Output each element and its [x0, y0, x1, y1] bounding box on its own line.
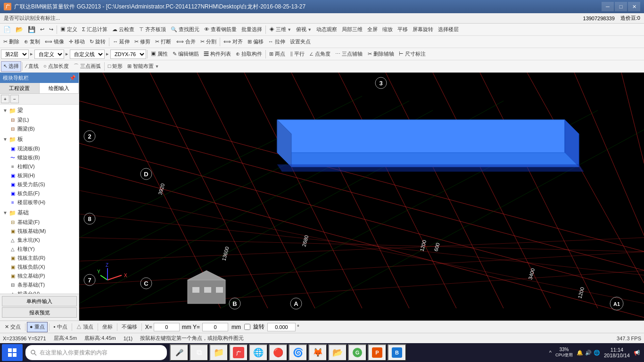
rotate-btn[interactable]: ↻ 旋转	[87, 37, 108, 47]
rect-btn[interactable]: □ 矩形	[106, 61, 125, 72]
split-btn[interactable]: ✂ 分割	[198, 37, 219, 47]
select-btn[interactable]: ↖ 选择	[1, 61, 21, 72]
edit-rebar-btn[interactable]: ✎ 编辑钢筋	[170, 49, 201, 59]
tree-item-cast-plate[interactable]: ▣ 现浇板(B)	[1, 144, 78, 153]
view-rebar-btn[interactable]: 👁 查看钢筋量	[202, 25, 239, 35]
tree-item-floor-strip[interactable]: ≡ 楼层板带(H)	[1, 198, 78, 207]
taskbar-app-brand[interactable]: 广	[229, 344, 248, 361]
three-point-aux-btn[interactable]: ⋯ 三点辅轴	[333, 49, 365, 59]
tab-drawing-input[interactable]: 绘图输入	[40, 83, 79, 93]
single-component-btn[interactable]: 单构件输入	[2, 296, 77, 306]
y-input[interactable]	[202, 323, 228, 331]
extend-btn[interactable]: ↔ 延伸	[110, 37, 132, 47]
open-btn[interactable]: 📂	[13, 25, 25, 35]
taskbar-app-orange[interactable]: P	[368, 344, 387, 361]
tree-item-isolated-found[interactable]: ▣ 独立基础(P)	[1, 272, 78, 280]
rotate-checkbox[interactable]	[244, 324, 250, 330]
tree-item-raft-found[interactable]: ▣ 筏板基础(M)	[1, 227, 78, 236]
taskbar-mic[interactable]: 🎤	[170, 344, 189, 361]
x-input[interactable]	[154, 323, 180, 331]
dim-label-btn[interactable]: ⊢ 尺寸标注	[396, 49, 428, 59]
component-list-btn[interactable]: ☰ 构件列表	[201, 49, 233, 59]
two-point-btn[interactable]: ⊞ 两点	[267, 49, 288, 59]
snap-point[interactable]: ● 重点	[27, 322, 48, 332]
taskbar-app-green[interactable]: G	[348, 344, 367, 361]
align-top-btn[interactable]: ⊤ 齐齐板顶	[137, 25, 168, 35]
taskbar-app-firefox[interactable]: 🦊	[308, 344, 327, 361]
fullscreen-btn[interactable]: 全屏	[365, 25, 380, 35]
undo-btn[interactable]: ↩	[38, 25, 47, 35]
tree-item-strip-found[interactable]: ⊟ 条形基础(T)	[1, 280, 78, 289]
taskbar-app-browser3[interactable]: 🌀	[289, 344, 307, 361]
type-select[interactable]: ZDYX-76	[110, 49, 146, 59]
trim-btn[interactable]: ✂ 修剪	[132, 37, 153, 47]
tray-arrow[interactable]: ^	[549, 350, 552, 355]
taskbar-app-ie[interactable]: 🌐	[249, 344, 268, 361]
taskbar-app-explorer[interactable]: 📂	[328, 344, 347, 361]
panel-tool-minus[interactable]: −	[10, 95, 19, 103]
3d-btn[interactable]: ◈ 三维 ▼	[267, 25, 294, 35]
zoom-btn[interactable]: 缩放	[380, 25, 395, 35]
break-btn[interactable]: ✂ 打断	[153, 37, 173, 47]
pan-btn[interactable]: 平移	[395, 25, 410, 35]
tree-item-raft-neg-rebar[interactable]: ▣ 筏板负筋(X)	[1, 263, 78, 272]
tree-item-raft-main-rebar[interactable]: ▣ 筏板主筋(R)	[1, 254, 78, 263]
redo-btn[interactable]: ↪	[47, 25, 56, 35]
screen-rotate-btn[interactable]: 屏幕旋转	[410, 25, 436, 35]
move-btn[interactable]: ✛ 移动	[66, 37, 87, 47]
tree-group-beam-header[interactable]: ▼ 📁 梁	[1, 106, 78, 115]
tree-item-water-pit[interactable]: △ 集水坑(K)	[1, 236, 78, 245]
minimize-button[interactable]: ─	[602, 2, 614, 11]
del-aux-btn[interactable]: ✂ 删除辅轴	[365, 49, 396, 59]
taskbar-search[interactable]: 在这里输入你要搜索的内容	[25, 345, 167, 360]
taskbar-task-view[interactable]: ⧉	[190, 344, 208, 361]
define-btn[interactable]: ▣ 定义	[58, 25, 80, 35]
copy-btn[interactable]: ⊕ 复制	[22, 37, 42, 47]
property-btn[interactable]: ▣ 属性	[149, 49, 170, 59]
snap-intersection[interactable]: ✕ 交点	[2, 322, 24, 332]
set-grip-btn[interactable]: 设置夹点	[288, 37, 313, 47]
close-button[interactable]: ✕	[628, 2, 640, 11]
define-select[interactable]: 自定义	[34, 49, 64, 59]
tree-item-plate-neg-rebar[interactable]: ▣ 板负筋(F)	[1, 189, 78, 198]
select-floor-btn[interactable]: 选择楼层	[436, 25, 461, 35]
save-btn[interactable]: 💾	[25, 25, 38, 35]
tree-item-pile-cap[interactable]: △ 桩承台(V)	[1, 289, 78, 294]
parallel-btn[interactable]: ∥ 平行	[288, 49, 307, 59]
floor-select[interactable]: 第2层	[1, 49, 29, 59]
notification-icon[interactable]: 📢	[634, 350, 640, 356]
snap-midpoint[interactable]: ▪ 中点	[51, 322, 70, 332]
tree-item-column-pier[interactable]: △ 柱墩(Y)	[1, 245, 78, 254]
taskbar-app-files[interactable]: 📁	[209, 344, 228, 361]
offset-btn[interactable]: ⊞ 偏移	[245, 37, 266, 47]
tree-item-beam-l[interactable]: ⊟ 梁(L)	[1, 115, 78, 124]
tree-item-plate-hole[interactable]: ▣ 板洞(H)	[1, 171, 78, 180]
align-btn[interactable]: ⟺ 对齐	[221, 37, 245, 47]
tree-item-beam-b[interactable]: ⊟ 圈梁(B)	[1, 124, 78, 133]
stretch-btn[interactable]: ↔ 拉伸	[266, 37, 288, 47]
delete-btn[interactable]: ✂ 删除	[1, 37, 22, 47]
define-line-select[interactable]: 自定义线	[70, 49, 105, 59]
local-3d-btn[interactable]: 局部三维	[339, 25, 365, 35]
point-length-btn[interactable]: ○ 点加长度	[41, 61, 71, 72]
viewport[interactable]: 3 2 8 7 A B C D	[79, 73, 644, 321]
panel-tool-add[interactable]: +	[1, 95, 9, 103]
pick-component-btn[interactable]: ⊕ 抬取构件	[233, 49, 264, 59]
snap-coordinate[interactable]: 坐标	[99, 322, 116, 332]
snap-vertex[interactable]: △ 顶点	[74, 322, 96, 332]
taskbar-clock[interactable]: 11:14 2018/10/14	[604, 347, 630, 358]
tree-group-foundation-header[interactable]: ▼ 📁 基础	[1, 208, 78, 218]
taskbar-app-browser2[interactable]: 🔴	[269, 344, 288, 361]
start-button[interactable]	[2, 344, 23, 361]
calc-btn[interactable]: Σ 汇总计算	[80, 25, 110, 35]
arc-btn[interactable]: ⌒ 三点画弧	[71, 61, 103, 72]
snap-no-offset[interactable]: 不偏移	[119, 322, 140, 332]
cloud-check-btn[interactable]: ☁ 云检查	[110, 25, 137, 35]
top-view-btn[interactable]: 俯视 ▼	[294, 25, 314, 35]
dynamic-view-btn[interactable]: 动态观察	[314, 25, 339, 35]
batch-select-btn[interactable]: 批量选择	[239, 25, 264, 35]
tree-item-column-cap[interactable]: ≡ 柱帽(V)	[1, 162, 78, 171]
tab-project-settings[interactable]: 工程设置	[0, 83, 40, 93]
tree-item-found-beam[interactable]: ⊟ 基础梁(F)	[1, 218, 78, 227]
report-preview-btn[interactable]: 报表预览	[2, 307, 77, 318]
